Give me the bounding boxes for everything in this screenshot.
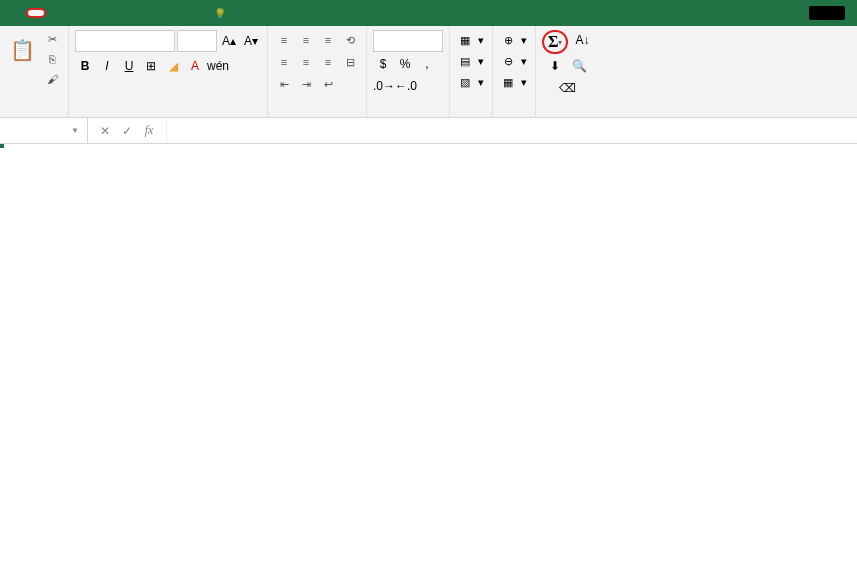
find-button[interactable]: 🔍	[569, 56, 589, 76]
currency-button[interactable]: $	[373, 54, 393, 74]
table-format-icon: ▤	[458, 55, 472, 68]
name-box[interactable]: ▼	[0, 118, 88, 143]
conditional-format-button[interactable]: ▦ ▾	[456, 30, 486, 50]
format-painter-button[interactable]: 🖌	[42, 70, 62, 88]
cell-styles-button[interactable]: ▧ ▾	[456, 72, 486, 92]
number-format-select[interactable]	[373, 30, 443, 52]
align-right-button[interactable]: ≡	[318, 52, 338, 72]
cancel-formula-button[interactable]: ✕	[96, 124, 114, 138]
cond-format-icon: ▦	[458, 34, 472, 47]
menu-bar	[0, 0, 857, 26]
bold-button[interactable]: B	[75, 56, 95, 76]
group-label-alignment	[274, 113, 360, 115]
border-button[interactable]: ⊞	[141, 56, 161, 76]
group-editing: Σ▾ A↓ ⬇ 🔍 ⌫	[536, 26, 598, 117]
group-font: A▴ A▾ B I U ⊞ ◢ A wén	[69, 26, 268, 117]
delete-cells-button[interactable]: ⊖ ▾	[499, 51, 529, 71]
insert-cells-button[interactable]: ⊕ ▾	[499, 30, 529, 50]
group-label-editing	[542, 113, 592, 115]
group-label-number	[373, 113, 443, 115]
menu-review[interactable]	[126, 8, 146, 18]
group-label-font	[75, 113, 261, 115]
tell-me[interactable]	[214, 8, 230, 19]
align-top-button[interactable]: ≡	[274, 30, 294, 50]
group-styles: ▦ ▾ ▤ ▾ ▧ ▾	[450, 26, 493, 117]
menu-pagelayout[interactable]	[66, 8, 86, 18]
align-middle-button[interactable]: ≡	[296, 30, 316, 50]
menu-formulas[interactable]	[86, 8, 106, 18]
font-color-button[interactable]: A	[185, 56, 205, 76]
menu-file[interactable]	[6, 8, 26, 18]
formula-bar: ▼ ✕ ✓ fx	[0, 118, 857, 144]
decrease-font-button[interactable]: A▾	[241, 31, 261, 51]
group-label-cells	[499, 113, 529, 115]
delete-icon: ⊖	[501, 55, 515, 68]
autosum-button[interactable]: Σ▾	[542, 30, 568, 54]
orientation-button[interactable]: ⟲	[340, 30, 360, 50]
group-label-styles	[456, 113, 486, 115]
chevron-down-icon: ▼	[71, 126, 81, 135]
align-center-button[interactable]: ≡	[296, 52, 316, 72]
fill-button[interactable]: ⬇	[545, 56, 565, 76]
group-number: $ % , .0→ ←.0	[367, 26, 450, 117]
insert-icon: ⊕	[501, 34, 515, 47]
comma-button[interactable]: ,	[417, 54, 437, 74]
phonetic-button[interactable]: wén	[207, 56, 227, 76]
menu-powerpivot[interactable]	[186, 8, 206, 18]
formula-input[interactable]	[166, 118, 857, 143]
menu-data[interactable]	[106, 8, 126, 18]
ribbon: 📋 ✂ ⎘ 🖌 A▴ A▾ B I U ⊞ ◢	[0, 26, 857, 118]
group-cells: ⊕ ▾ ⊖ ▾ ▦ ▾	[493, 26, 536, 117]
increase-decimal-button[interactable]: .0→	[373, 76, 393, 96]
group-clipboard: 📋 ✂ ⎘ 🖌	[0, 26, 69, 117]
menu-home[interactable]	[26, 8, 46, 18]
enter-formula-button[interactable]: ✓	[118, 124, 136, 138]
sort-filter-button[interactable]: A↓	[572, 30, 592, 50]
cell-style-icon: ▧	[458, 76, 472, 89]
increase-indent-button[interactable]: ⇥	[296, 74, 316, 94]
cut-button[interactable]: ✂	[42, 30, 62, 48]
paste-button[interactable]: 📋	[6, 30, 38, 70]
underline-button[interactable]: U	[119, 56, 139, 76]
format-icon: ▦	[501, 76, 515, 89]
fill-color-button[interactable]: ◢	[163, 56, 183, 76]
font-name-select[interactable]	[75, 30, 175, 52]
italic-button[interactable]: I	[97, 56, 117, 76]
group-alignment: ≡ ≡ ≡ ⟲ ≡ ≡ ≡ ⊟ ⇤ ⇥ ↩	[268, 26, 367, 117]
clear-button[interactable]: ⌫	[557, 78, 577, 98]
copy-button[interactable]: ⎘	[42, 50, 62, 68]
sigma-icon: Σ	[548, 33, 558, 51]
decrease-indent-button[interactable]: ⇤	[274, 74, 294, 94]
fx-button[interactable]: fx	[140, 123, 158, 138]
group-label-clipboard	[6, 113, 62, 115]
wrap-text-button[interactable]: ↩	[318, 74, 338, 94]
percent-button[interactable]: %	[395, 54, 415, 74]
clipboard-icon: 📋	[10, 38, 35, 62]
merge-button[interactable]: ⊟	[340, 52, 360, 72]
menu-insert[interactable]	[46, 8, 66, 18]
selection-border	[0, 144, 4, 148]
format-as-table-button[interactable]: ▤ ▾	[456, 51, 486, 71]
decrease-decimal-button[interactable]: ←.0	[395, 76, 415, 96]
redacted-user	[809, 6, 845, 20]
menu-view[interactable]	[146, 8, 166, 18]
format-cells-button[interactable]: ▦ ▾	[499, 72, 529, 92]
align-left-button[interactable]: ≡	[274, 52, 294, 72]
menu-developer[interactable]	[166, 8, 186, 18]
increase-font-button[interactable]: A▴	[219, 31, 239, 51]
align-bottom-button[interactable]: ≡	[318, 30, 338, 50]
font-size-select[interactable]	[177, 30, 217, 52]
